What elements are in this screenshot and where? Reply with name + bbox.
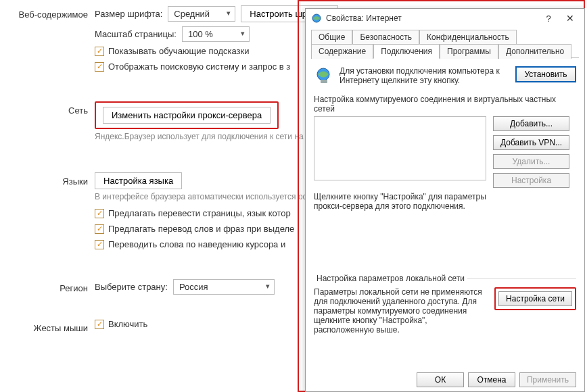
internet-options-icon	[311, 13, 322, 24]
lan-settings-button[interactable]: Настройка сети	[498, 291, 572, 306]
country-label: Выберите страну:	[95, 282, 168, 292]
tab-content[interactable]: Содержание	[311, 44, 373, 59]
connection-settings-button: Настройка	[493, 173, 569, 188]
svg-rect-2	[321, 80, 327, 83]
translate-words-checkbox[interactable]: ✓	[95, 224, 104, 234]
languages-section-label: Языки	[0, 172, 95, 187]
dialog-close-button[interactable]: ✕	[561, 13, 579, 24]
internet-properties-dialog: Свойства: Интернет ? ✕ Общие Безопасност…	[305, 8, 585, 392]
show-search-checkbox[interactable]: ✓	[95, 62, 104, 72]
page-zoom-select[interactable]: 100 %	[182, 26, 250, 42]
tab-advanced[interactable]: Дополнительно	[498, 44, 571, 59]
lan-group-label: Настройка параметров локальной сети	[314, 274, 467, 283]
mouse-enable-label: Включить	[108, 319, 147, 329]
lan-settings-highlight: Настройка сети	[494, 287, 576, 310]
dialog-apply-button: Применить	[519, 372, 576, 387]
page-zoom-label: Масштаб страницы:	[95, 29, 177, 39]
install-button[interactable]: Установить	[515, 66, 576, 82]
add-connection-button[interactable]: Добавить...	[493, 116, 569, 131]
show-hints-label: Показывать обучающие подсказки	[108, 46, 249, 56]
show-search-label: Отображать поисковую систему и запрос в …	[108, 62, 290, 72]
translate-pages-checkbox[interactable]: ✓	[95, 209, 104, 218]
translate-hover-checkbox[interactable]: ✓	[95, 240, 104, 249]
translate-hover-label: Переводить слова по наведению курсора и	[108, 239, 285, 249]
connection-globe-icon	[314, 66, 333, 85]
font-size-select[interactable]: Средний	[168, 6, 235, 22]
add-vpn-button[interactable]: Добавить VPN...	[493, 135, 569, 150]
mouse-enable-checkbox[interactable]: ✓	[95, 320, 104, 329]
mouse-gestures-section-label: Жесты мыши	[0, 319, 95, 333]
font-size-label: Размер шрифта:	[95, 9, 162, 19]
dialog-help-button[interactable]: ?	[540, 14, 557, 24]
proxy-settings-hint: Щелкните кнопку "Настройка" для параметр…	[314, 192, 490, 211]
language-settings-button[interactable]: Настройка языка	[95, 172, 182, 189]
network-hint: Яндекс.Браузер использует для подключени…	[95, 132, 304, 141]
country-select[interactable]: Россия	[173, 279, 275, 295]
dialog-title: Свойства: Интернет	[326, 14, 402, 23]
lan-settings-text: Параметры локальной сети не применяются …	[314, 287, 488, 335]
delete-connection-button: Удалить...	[493, 154, 569, 169]
translate-pages-label: Предлагать перевести страницы, язык кото…	[108, 208, 291, 218]
dialog-ok-button[interactable]: ОК	[417, 372, 464, 387]
proxy-settings-highlight: Изменить настройки прокси-сервера	[95, 101, 279, 129]
install-connection-text: Для установки подключения компьютера к И…	[340, 66, 509, 85]
connections-listbox[interactable]	[314, 116, 486, 180]
dialog-cancel-button[interactable]: Отмена	[468, 372, 515, 387]
dialup-group-label: Настройка коммутируемого соединения и ви…	[314, 95, 576, 114]
proxy-settings-button[interactable]: Изменить настройки прокси-сервера	[103, 107, 271, 124]
translate-words-label: Предлагать перевод слов и фраз при выдел…	[108, 224, 294, 234]
tab-security[interactable]: Безопасность	[352, 30, 419, 44]
tab-general[interactable]: Общие	[311, 30, 352, 44]
region-section-label: Регион	[0, 279, 95, 293]
web-content-section-label: Веб-содержимое	[0, 5, 95, 20]
tab-connections[interactable]: Подключения	[373, 44, 440, 59]
tab-privacy[interactable]: Конфиденциальность	[419, 30, 517, 44]
dialog-tabs: Общие Безопасность Конфиденциальность Со…	[306, 28, 584, 58]
network-section-label: Сеть	[0, 101, 95, 116]
tab-programs[interactable]: Программы	[440, 44, 498, 59]
language-hint: В интерфейсе браузера автоматически испо…	[95, 192, 307, 201]
show-hints-checkbox[interactable]: ✓	[95, 47, 104, 56]
